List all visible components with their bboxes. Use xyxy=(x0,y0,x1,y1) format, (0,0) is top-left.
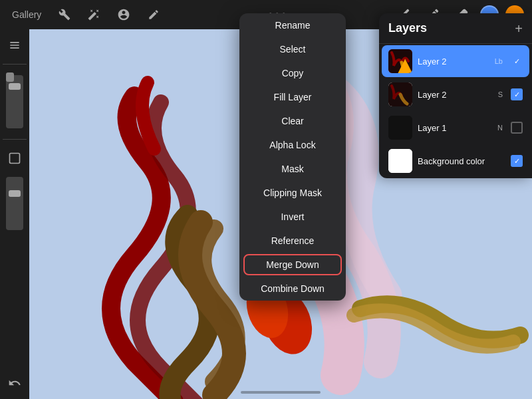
undo-button[interactable] xyxy=(4,372,25,394)
layers-panel: Layers + Layer 2 Lb Layer 2 S xyxy=(379,13,532,178)
left-sidebar xyxy=(0,29,29,399)
layers-header: Layers + xyxy=(379,13,532,44)
wand-tool-button[interactable] xyxy=(84,6,104,23)
layer-row-1[interactable]: Layer 2 Lb xyxy=(382,45,529,77)
layer-2-checkbox[interactable] xyxy=(511,88,523,100)
layer-row-2[interactable]: Layer 2 S xyxy=(382,78,529,110)
layer-2-thumbnail xyxy=(388,82,412,106)
layer-1-checkbox[interactable] xyxy=(511,55,523,67)
layer-row-4[interactable]: Background color xyxy=(382,145,529,177)
layer-1-mode: Lb xyxy=(495,57,503,65)
alpha-lock-menu-item[interactable]: Alpha Lock xyxy=(239,133,346,157)
wrench-tool-button[interactable] xyxy=(55,6,74,23)
divider-2 xyxy=(3,139,26,140)
pen-tool-button[interactable] xyxy=(144,6,164,23)
copy-menu-item[interactable]: Copy xyxy=(239,61,346,85)
add-layer-button[interactable]: + xyxy=(515,22,523,35)
square-icon xyxy=(8,152,21,165)
svg-rect-7 xyxy=(388,149,412,173)
mask-menu-item[interactable]: Mask xyxy=(239,157,346,181)
calligraphy-icon xyxy=(148,9,160,21)
wrench-icon xyxy=(59,9,70,21)
context-menu: Rename Select Copy Fill Layer Clear Alph… xyxy=(239,13,346,301)
undo-icon xyxy=(8,376,21,390)
svg-rect-0 xyxy=(10,154,20,164)
modify-tool-button[interactable] xyxy=(4,35,25,56)
gallery-button[interactable]: Gallery xyxy=(8,7,45,23)
combine-down-menu-item[interactable]: Combine Down xyxy=(239,277,346,301)
wand-icon xyxy=(88,9,100,21)
opacity-slider[interactable] xyxy=(6,177,23,230)
layer-2-name: Layer 2 xyxy=(418,90,493,100)
bottom-indicator xyxy=(29,391,532,394)
opacity-thumb[interactable] xyxy=(9,190,21,197)
smudge-icon xyxy=(117,8,130,21)
layer-3-thumbnail xyxy=(388,116,412,140)
scroll-indicator xyxy=(241,391,321,394)
brush-size-slider[interactable] xyxy=(6,75,23,128)
reference-menu-item[interactable]: Reference xyxy=(239,229,346,253)
layer-row-3[interactable]: Layer 1 N xyxy=(382,112,529,144)
layers-title: Layers xyxy=(388,21,427,35)
layer-4-thumbnail xyxy=(388,149,412,173)
layer-1-thumbnail xyxy=(388,49,412,73)
clear-menu-item[interactable]: Clear xyxy=(239,109,346,133)
clipping-mask-menu-item[interactable]: Clipping Mask xyxy=(239,181,346,205)
rename-menu-item[interactable]: Rename xyxy=(239,13,346,37)
divider xyxy=(3,64,26,65)
toolbar-left: Gallery xyxy=(8,5,164,24)
layer-4-name: Background color xyxy=(418,156,497,166)
slider-thumb[interactable] xyxy=(9,83,21,90)
layer-3-checkbox[interactable] xyxy=(511,122,523,134)
svg-rect-6 xyxy=(388,116,412,140)
merge-down-menu-item[interactable]: Merge Down xyxy=(239,253,346,277)
layer-4-checkbox[interactable] xyxy=(511,155,523,167)
select-menu-item[interactable]: Select xyxy=(239,37,346,61)
layer-3-mode: N xyxy=(497,124,503,132)
layer-1-name: Layer 2 xyxy=(418,57,489,66)
s-tool-button[interactable] xyxy=(113,5,134,24)
invert-menu-item[interactable]: Invert xyxy=(239,205,346,229)
opacity-button[interactable] xyxy=(4,148,25,169)
layer-3-name: Layer 1 xyxy=(418,123,492,133)
layer-2-mode: S xyxy=(498,90,503,98)
transform-icon xyxy=(8,39,21,52)
fill-layer-menu-item[interactable]: Fill Layer xyxy=(239,85,346,109)
